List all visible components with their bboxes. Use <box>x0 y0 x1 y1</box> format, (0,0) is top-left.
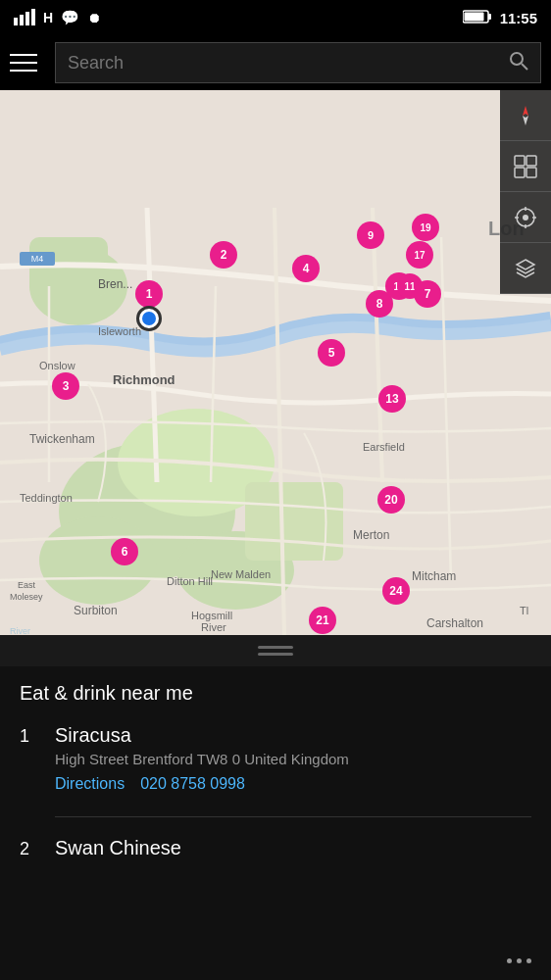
dot-3 <box>526 958 531 963</box>
svg-point-15 <box>39 516 157 605</box>
compass-button[interactable] <box>500 90 551 141</box>
map-pin-24[interactable]: 24 <box>382 577 410 605</box>
divider-1 <box>55 816 531 817</box>
status-left: H 💬 ⏺ <box>14 8 101 28</box>
search-icon <box>509 51 528 75</box>
svg-text:River: River <box>201 621 226 633</box>
svg-text:Surbiton: Surbiton <box>74 604 118 617</box>
phone-link[interactable]: 020 8758 0998 <box>140 775 245 793</box>
svg-text:Twickenham: Twickenham <box>29 432 95 446</box>
svg-line-8 <box>522 64 527 70</box>
result-content-2: Swan Chinese <box>55 837 531 863</box>
svg-point-49 <box>523 215 528 220</box>
map-pin-19[interactable]: 19 <box>412 214 439 241</box>
signal-icon <box>14 8 35 28</box>
map-background: M4 Lon Isleworth Onslow Richmond Twicken… <box>0 90 551 635</box>
result-number-1: 1 <box>20 724 39 747</box>
svg-marker-54 <box>517 260 534 270</box>
result-actions-1: Directions 020 8758 0998 <box>55 775 531 793</box>
svg-text:Bren...: Bren... <box>98 277 132 291</box>
result-name-1: Siracusa <box>55 724 531 747</box>
result-address-1: High Street Brentford TW8 0 United Kingd… <box>55 751 531 767</box>
svg-text:Molesey: Molesey <box>10 592 43 602</box>
bottom-panel: Eat & drink near me 1 Siracusa High Stre… <box>0 666 551 980</box>
svg-text:Onslow: Onslow <box>39 360 75 371</box>
result-item-2: 2 Swan Chinese <box>20 837 531 863</box>
message-icon: 💬 <box>61 9 79 26</box>
svg-text:Tl: Tl <box>520 605 528 616</box>
search-input[interactable] <box>68 53 509 74</box>
map-pin-7[interactable]: 7 <box>414 280 441 308</box>
svg-text:Hogsmill: Hogsmill <box>191 610 232 621</box>
result-item-1: 1 Siracusa High Street Brentford TW8 0 U… <box>20 724 531 793</box>
svg-rect-0 <box>14 18 18 25</box>
map-pin-21[interactable]: 21 <box>309 607 336 634</box>
hamburger-menu[interactable] <box>10 45 45 80</box>
bottom-menu-bar <box>0 941 551 980</box>
svg-rect-3 <box>31 9 35 25</box>
dot-2 <box>517 958 522 963</box>
map-pin-3[interactable]: 3 <box>52 372 79 400</box>
svg-text:Carshalton: Carshalton <box>426 616 483 630</box>
search-box[interactable] <box>55 42 541 83</box>
drag-handle-lines <box>258 646 293 656</box>
svg-rect-46 <box>515 168 525 177</box>
svg-text:Ditton Hill: Ditton Hill <box>167 575 213 587</box>
svg-marker-42 <box>523 106 528 116</box>
map-pin-2[interactable]: 2 <box>210 241 237 269</box>
svg-rect-6 <box>464 12 483 21</box>
map-pin-20[interactable]: 20 <box>377 486 405 514</box>
svg-text:New Malden: New Malden <box>211 568 271 580</box>
svg-text:Mitcham: Mitcham <box>412 569 456 583</box>
svg-text:Earsfield: Earsfield <box>363 441 405 453</box>
map-pin-9[interactable]: 9 <box>357 221 384 249</box>
svg-text:M4: M4 <box>31 254 44 264</box>
panel-title: Eat & drink near me <box>20 682 531 705</box>
svg-text:Teddington: Teddington <box>20 492 73 504</box>
svg-rect-2 <box>25 12 29 25</box>
svg-rect-44 <box>515 156 525 166</box>
svg-rect-1 <box>20 15 24 25</box>
svg-marker-43 <box>523 116 528 125</box>
svg-point-7 <box>511 53 523 65</box>
svg-text:Isleworth: Isleworth <box>98 325 141 337</box>
svg-text:River: River <box>10 626 30 635</box>
map-area[interactable]: M4 Lon Isleworth Onslow Richmond Twicken… <box>0 90 551 635</box>
top-bar <box>0 35 551 90</box>
satellite-button[interactable] <box>500 141 551 192</box>
map-controls <box>500 90 551 294</box>
record-icon: ⏺ <box>87 10 101 25</box>
dot-1 <box>507 958 512 963</box>
layers-button[interactable] <box>500 243 551 294</box>
drag-handle[interactable] <box>0 635 551 666</box>
map-pin-6[interactable]: 6 <box>111 538 138 565</box>
map-pin-13[interactable]: 13 <box>378 385 406 413</box>
svg-rect-47 <box>526 168 536 177</box>
svg-rect-16 <box>245 482 343 561</box>
result-name-2: Swan Chinese <box>55 837 531 859</box>
map-pin-5[interactable]: 5 <box>318 339 345 367</box>
map-pin-1[interactable]: 1 <box>135 280 163 308</box>
svg-rect-5 <box>488 14 491 20</box>
battery-icon <box>463 9 492 27</box>
status-bar: H 💬 ⏺ 11:55 <box>0 0 551 35</box>
time-display: 11:55 <box>500 10 537 26</box>
result-number-2: 2 <box>20 837 39 859</box>
svg-rect-45 <box>526 156 536 166</box>
svg-text:Richmond: Richmond <box>113 372 175 387</box>
svg-text:East: East <box>18 580 36 590</box>
map-pin-4[interactable]: 4 <box>292 255 320 282</box>
map-pin-17[interactable]: 17 <box>406 241 433 269</box>
more-menu-dots[interactable] <box>507 958 531 963</box>
svg-text:Merton: Merton <box>353 528 389 542</box>
status-right: 11:55 <box>463 9 537 27</box>
result-content-1: Siracusa High Street Brentford TW8 0 Uni… <box>55 724 531 793</box>
directions-link[interactable]: Directions <box>55 775 125 793</box>
carrier-label: H <box>43 10 53 25</box>
map-pin-current-location <box>136 306 162 331</box>
my-location-button[interactable] <box>500 192 551 243</box>
